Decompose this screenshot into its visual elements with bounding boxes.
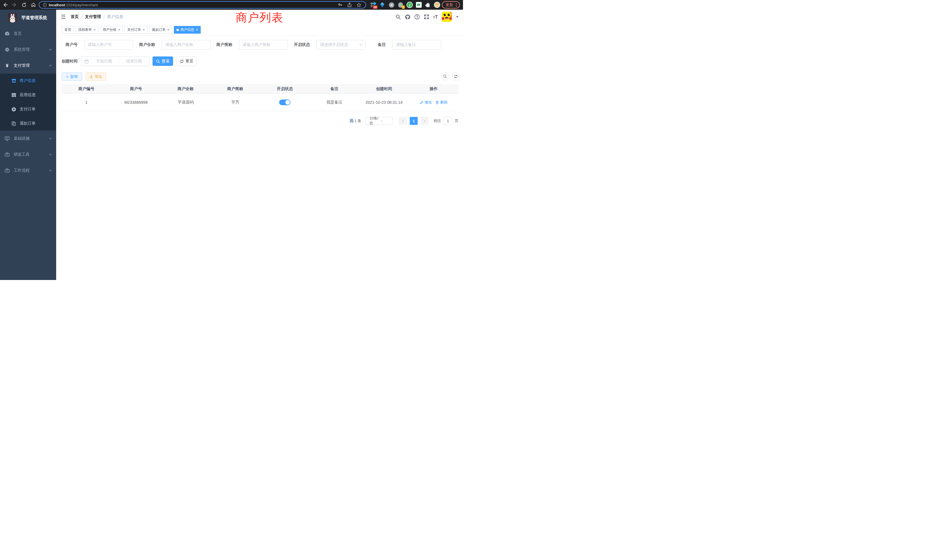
merchant-short-input[interactable]: 请输入商户简称 [239,40,288,50]
edit-link[interactable]: 修改 [420,100,432,105]
tab-label: 用户分组 [103,27,117,32]
status-select[interactable]: 请选择开启状态 [316,40,366,50]
sidebar-item-merchant-info[interactable]: 商户信息 [0,74,56,88]
breadcrumb-payment[interactable]: 支付管理 [85,14,101,20]
search-icon[interactable] [395,14,401,20]
close-icon[interactable]: ✕ [118,28,120,32]
page-size-select[interactable]: 10条/页 [365,117,393,125]
sidebar-item-home[interactable]: 首页 [0,26,56,42]
browser-chrome: localhost:1024/pay/merchant 10 ⌘ [0,0,463,10]
sidebar-item-refund-order[interactable]: 退款订单 [0,117,56,130]
ext-blob-icon[interactable]: 1 [398,2,404,8]
ext-emoji-avatar[interactable] [434,2,440,8]
fullscreen-icon[interactable] [424,14,429,20]
cell-actions: 修改 删除 [409,100,458,105]
sidebar-item-app-info[interactable]: 应用信息 [0,88,56,102]
export-button[interactable]: 导出 [86,73,106,81]
sidebar: 芋道管理系统 首页 系统管理 ¥ 支付管理 商户信息 [0,10,56,280]
sidebar-item-payment[interactable]: ¥ 支付管理 [0,58,56,74]
tab-process-form[interactable]: 流程表单✕ [76,26,98,34]
current-page[interactable]: 1 [410,117,418,125]
remark-input[interactable]: 请输入备注 [392,40,441,50]
filter-remark: 备注 请输入备注 [378,40,441,50]
sidebar-logo[interactable]: 芋道管理系统 [0,10,56,26]
merchant-no-input[interactable]: 请输入商户号 [84,40,133,50]
breadcrumb-separator: / [103,15,104,19]
tab-user-group[interactable]: 用户分组✕ [100,26,123,34]
search-button[interactable]: 搜索 [153,56,173,66]
filter-merchant-short: 商户简称 请输入商户简称 [216,40,288,50]
refresh-table-button[interactable] [452,73,460,80]
calendar-icon [85,59,89,64]
close-icon[interactable]: ✕ [195,28,198,32]
main-area: 首页 / 支付管理 / 商户信息 TT [56,10,463,280]
collapse-sidebar-icon[interactable] [60,14,67,20]
placeholder: 请输入备注 [396,42,416,47]
sidebar-item-devtools[interactable]: 研发工具 [0,147,56,162]
cell-created: 2021-10-23 08:31:14 [359,100,409,104]
tabs-divider [56,35,463,36]
sidebar-item-label: 首页 [14,31,52,36]
url-text: localhost:1024/pay/merchant [49,3,98,7]
delete-link[interactable]: 删除 [435,100,448,105]
bookmark-star-icon[interactable] [356,2,362,8]
ext-chat-icon[interactable] [416,2,422,8]
close-icon[interactable]: ✕ [167,28,169,32]
avatar-caret-icon[interactable] [455,15,459,18]
sidebar-item-workflow[interactable]: 工作流程 [0,162,56,179]
ext-blocks-icon[interactable]: 10 [370,2,376,8]
font-size-icon[interactable]: TT [433,15,438,20]
col-merchant-id: 商户编号 [62,86,111,92]
breadcrumb-separator: / [81,15,82,19]
ext-yuque-icon[interactable]: y [407,2,413,8]
ext-command-icon[interactable]: ⌘ [388,2,395,8]
sidebar-item-system[interactable]: 系统管理 [0,42,56,58]
add-button[interactable]: + 新增 [62,73,82,81]
yen-circle-icon: ¥ [11,107,16,112]
tab-refund-order[interactable]: 退款订单✕ [150,26,172,34]
forward-button[interactable] [11,2,18,8]
merchant-full-input[interactable]: 请输入商户全称 [162,40,211,50]
export-button-label: 导出 [95,74,102,79]
user-avatar[interactable] [442,12,452,22]
close-icon[interactable]: ✕ [93,28,96,32]
prev-page-button[interactable] [399,117,407,125]
next-page-button[interactable] [421,117,428,125]
reset-button[interactable]: 重置 [177,56,197,66]
col-status: 开启状态 [260,86,310,92]
navbar-actions: TT [395,10,459,24]
status-toggle[interactable] [279,100,291,105]
sidebar-item-pay-order[interactable]: ¥ 支付订单 [0,102,56,117]
tab-pay-order[interactable]: 支付订单✕ [125,26,147,34]
placeholder: 请输入商户全称 [165,42,193,47]
help-icon[interactable] [414,14,420,20]
password-key-icon[interactable] [337,2,343,8]
placeholder: 请选择开启状态 [320,42,348,47]
share-icon[interactable] [347,2,352,8]
home-button[interactable] [30,2,37,8]
reload-button[interactable] [21,2,27,8]
sidebar-item-label: 系统管理 [14,47,49,52]
ext-diamond-icon[interactable] [379,2,386,8]
toggle-search-button[interactable] [441,73,449,80]
github-icon[interactable] [405,14,410,20]
tab-merchant-info[interactable]: 商户信息✕ [174,26,201,34]
browser-menu-icon[interactable] [456,3,457,7]
delete-label: 删除 [440,100,448,105]
tab-home[interactable]: 首页 [62,26,74,34]
back-button[interactable] [2,2,9,8]
add-button-label: 新增 [70,74,77,79]
cell-remark: 我是备注 [310,100,359,105]
close-icon[interactable]: ✕ [142,28,145,32]
goto-page-input[interactable]: 1 [443,117,452,125]
browser-update-button[interactable]: 更新 [442,1,460,9]
sidebar-item-infra[interactable]: 基础设施 [0,130,56,147]
breadcrumb-home[interactable]: 首页 [71,14,79,20]
sidebar-item-label: 基础设施 [14,136,49,141]
ext-badge: 1 [402,5,405,9]
ext-puzzle-icon[interactable] [425,2,431,8]
chevron-down-icon [359,43,362,47]
url-bar[interactable]: localhost:1024/pay/merchant [39,1,366,9]
date-range-input[interactable]: 开始日期 - 结束日期 [81,56,150,66]
chevron-up-icon [49,64,52,67]
